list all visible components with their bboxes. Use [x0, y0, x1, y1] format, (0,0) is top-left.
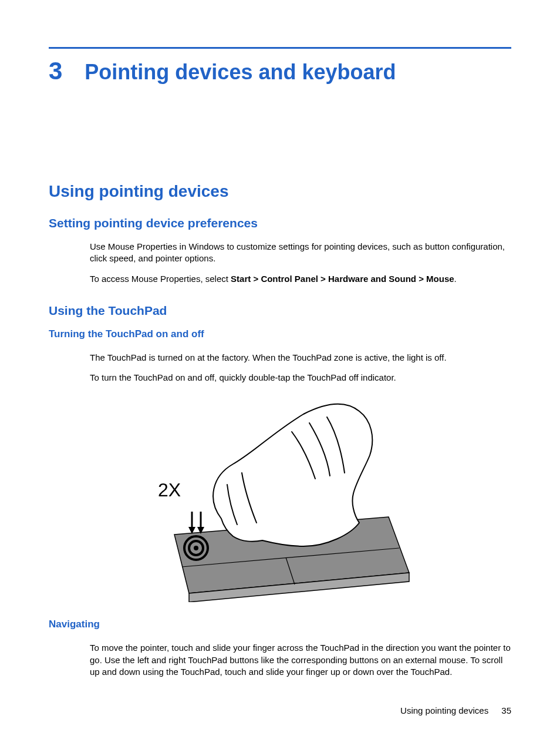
subsubheading-navigating: Navigating [49, 619, 511, 630]
text-run: . [454, 274, 457, 284]
chapter-rule [49, 47, 511, 49]
touchpad-diagram-svg: 2X [142, 396, 418, 602]
page-footer: Using pointing devices 35 [400, 705, 511, 715]
footer-section-name: Using pointing devices [400, 705, 488, 715]
body-block-turning: The TouchPad is turned on at the factory… [90, 352, 511, 384]
body-block-preferences: Use Mouse Properties in Windows to custo… [90, 241, 511, 285]
chapter-heading: 3 Pointing devices and keyboard [49, 57, 511, 85]
svg-point-6 [194, 546, 198, 550]
subheading-setting-preferences: Setting pointing device preferences [49, 216, 511, 230]
paragraph: Use Mouse Properties in Windows to custo… [90, 241, 511, 265]
section-heading-using-pointing-devices: Using pointing devices [49, 182, 511, 201]
illustration-label: 2X [158, 479, 181, 500]
text-bold: Start > Control Panel > Hardware and Sou… [231, 274, 454, 284]
chapter-title: Pointing devices and keyboard [85, 60, 396, 85]
touchpad-illustration: 2X [142, 396, 418, 602]
hand-icon [213, 404, 372, 546]
footer-page-number: 35 [501, 705, 511, 715]
chapter-number: 3 [49, 57, 62, 85]
paragraph: To move the pointer, touch and slide you… [90, 642, 511, 678]
paragraph: To access Mouse Properties, select Start… [90, 273, 511, 285]
subsubheading-turning-on-off: Turning the TouchPad on and off [49, 328, 511, 340]
paragraph: To turn the TouchPad on and off, quickly… [90, 372, 511, 384]
text-run: To access Mouse Properties, select [90, 274, 231, 284]
subheading-using-touchpad: Using the TouchPad [49, 304, 511, 318]
body-block-navigating: To move the pointer, touch and slide you… [90, 642, 511, 678]
paragraph: The TouchPad is turned on at the factory… [90, 352, 511, 364]
